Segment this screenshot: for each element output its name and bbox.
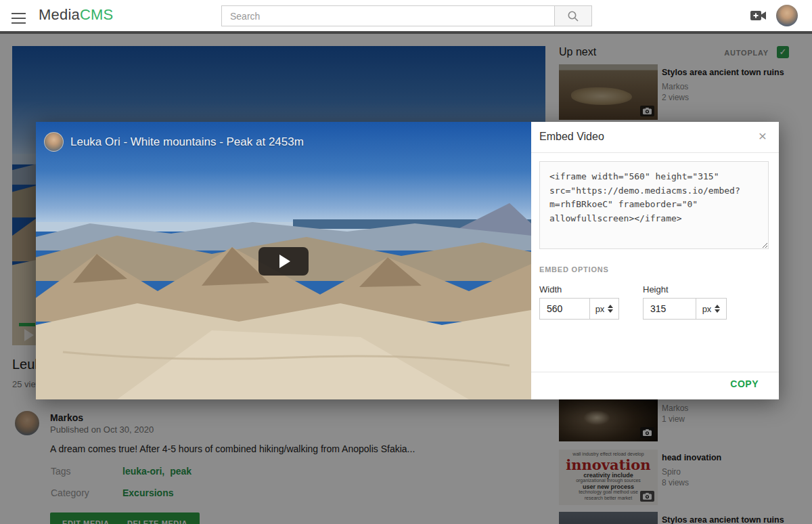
divider xyxy=(531,152,779,153)
width-field-group: px xyxy=(539,298,619,320)
unit-label: px xyxy=(702,304,712,314)
search-bar xyxy=(221,5,592,26)
logo-text-media: Media xyxy=(39,6,80,23)
width-input[interactable] xyxy=(539,298,589,320)
copy-button[interactable]: COPY xyxy=(730,378,759,389)
search-button[interactable] xyxy=(554,5,592,26)
logo-text-cms: CMS xyxy=(80,6,114,23)
height-input[interactable] xyxy=(643,298,696,320)
spinner-arrows-icon xyxy=(608,305,613,313)
width-label: Width xyxy=(539,284,562,294)
embed-options-panel: Embed Video × <iframe width="560" height… xyxy=(531,122,779,399)
close-icon[interactable]: × xyxy=(759,129,767,143)
play-button[interactable] xyxy=(258,247,309,276)
embed-preview-player[interactable]: Leuka Ori - White mountains - Peak at 24… xyxy=(36,122,531,399)
height-label: Height xyxy=(643,284,669,294)
embed-video-modal: Leuka Ori - White mountains - Peak at 24… xyxy=(36,122,779,399)
preview-video-title: Leuka Ori - White mountains - Peak at 24… xyxy=(70,135,304,149)
mediacms-logo[interactable]: MediaCMS xyxy=(39,6,113,24)
uploader-avatar[interactable] xyxy=(44,132,64,152)
height-unit-select[interactable]: px xyxy=(696,298,727,320)
spinner-arrows-icon xyxy=(715,305,720,313)
top-navbar: MediaCMS xyxy=(0,0,812,31)
width-unit-select[interactable]: px xyxy=(589,298,619,320)
embed-code-textarea[interactable]: <iframe width="560" height="315" src="ht… xyxy=(539,161,769,249)
search-input[interactable] xyxy=(221,5,554,26)
user-avatar[interactable] xyxy=(776,5,798,26)
upload-media-icon[interactable] xyxy=(750,9,767,22)
unit-label: px xyxy=(595,304,605,314)
play-icon xyxy=(279,255,290,268)
search-icon xyxy=(567,10,579,22)
divider xyxy=(531,372,779,372)
menu-icon[interactable] xyxy=(12,9,28,22)
embed-options-label: EMBED OPTIONS xyxy=(539,265,609,274)
height-field-group: px xyxy=(643,298,727,320)
modal-title: Embed Video xyxy=(539,131,604,143)
